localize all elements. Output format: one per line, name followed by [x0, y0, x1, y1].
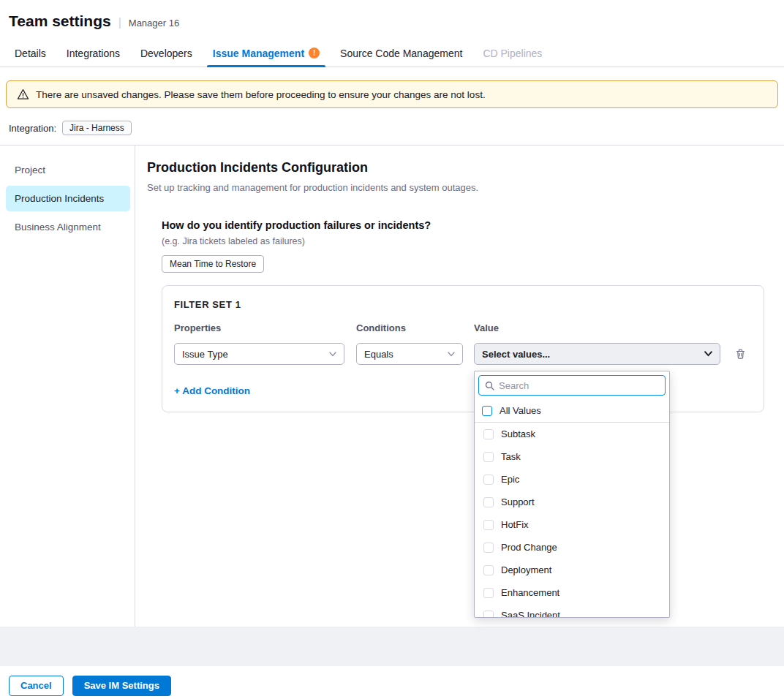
option-prod-change[interactable]: Prod Change	[475, 536, 669, 559]
section-title: Production Incidents Configuration	[147, 160, 779, 175]
page-header: Team settings | Manager 16	[0, 0, 784, 39]
filter-column-labels: Properties Conditions Value	[174, 322, 752, 333]
value-column-label: Value	[474, 322, 720, 333]
value-select-wrapper: Select values...	[474, 343, 720, 365]
option-label: All Values	[500, 405, 541, 416]
chevron-down-icon	[704, 351, 712, 357]
property-select[interactable]: Issue Type	[174, 343, 344, 365]
metric-tag-mean-time-to-restore[interactable]: Mean Time to Restore	[162, 255, 264, 273]
checkbox[interactable]	[483, 452, 494, 462]
incidents-config-card: How do you identify production failures …	[147, 205, 779, 412]
footer-actions: Cancel Save IM Settings	[0, 666, 784, 699]
save-im-settings-button[interactable]: Save IM Settings	[72, 676, 171, 696]
checkbox[interactable]	[483, 588, 494, 598]
checkbox[interactable]	[483, 611, 494, 619]
option-label: Prod Change	[501, 542, 557, 553]
question-heading: How do you identify production failures …	[162, 219, 764, 231]
integration-row: Integration: Jira - Harness	[0, 114, 784, 145]
value-multiselect[interactable]: Select values...	[474, 343, 720, 365]
option-subtask[interactable]: Subtask	[475, 423, 669, 445]
question-hint: (e.g. Jira tickets labeled as failures)	[162, 236, 764, 246]
tab-details[interactable]: Details	[4, 39, 56, 67]
settings-sidebar: Project Production Incidents Business Al…	[0, 146, 135, 627]
unsaved-changes-banner: There are unsaved changes. Please save t…	[6, 80, 778, 108]
page-subtitle: Manager 16	[129, 18, 179, 29]
option-support[interactable]: Support	[475, 491, 669, 513]
page-title: Team settings	[9, 12, 111, 30]
main-panel: Production Incidents Configuration Set u…	[135, 146, 784, 627]
checkbox[interactable]	[483, 497, 494, 507]
option-label: Epic	[501, 474, 519, 485]
tab-integrations[interactable]: Integrations	[56, 39, 130, 67]
sidebar-item-production-incidents[interactable]: Production Incidents	[6, 186, 130, 211]
option-task[interactable]: Task	[475, 445, 669, 468]
unsaved-changes-badge-icon: !	[309, 48, 320, 58]
condition-select-value: Equals	[364, 349, 393, 360]
tab-issue-management[interactable]: Issue Management !	[203, 39, 330, 67]
option-deployment[interactable]: Deployment	[475, 559, 669, 581]
checkbox-all-values[interactable]	[482, 406, 492, 416]
integration-chip[interactable]: Jira - Harness	[62, 121, 132, 135]
value-select-placeholder: Select values...	[482, 349, 550, 360]
filter-row: Issue Type Equals Select values...	[174, 343, 752, 365]
search-icon	[485, 381, 494, 390]
delete-filter-row-button[interactable]	[735, 348, 746, 360]
content-area: Project Production Incidents Business Al…	[0, 145, 784, 627]
cancel-button[interactable]: Cancel	[9, 676, 64, 696]
integration-label: Integration:	[9, 123, 56, 134]
filter-set-1: FILTER SET 1 Properties Conditions Value…	[162, 285, 764, 412]
tab-cd-pipelines: CD Pipelines	[472, 39, 552, 67]
option-all-values[interactable]: All Values	[475, 399, 669, 423]
dropdown-search-box	[478, 375, 666, 396]
option-enhancement[interactable]: Enhancement	[475, 581, 669, 604]
chevron-down-icon	[329, 352, 336, 357]
add-condition-button[interactable]: + Add Condition	[174, 385, 250, 396]
chevron-down-icon	[448, 352, 455, 357]
filter-set-title: FILTER SET 1	[174, 299, 752, 310]
dropdown-search-input[interactable]	[499, 380, 659, 391]
title-separator: |	[118, 16, 121, 29]
option-hotfix[interactable]: HotFix	[475, 513, 669, 536]
option-saas-incident[interactable]: SaaS Incident	[475, 604, 669, 618]
sidebar-item-project[interactable]: Project	[6, 157, 130, 183]
tab-developers[interactable]: Developers	[130, 39, 203, 67]
checkbox[interactable]	[483, 429, 494, 439]
banner-text: There are unsaved changes. Please save t…	[36, 89, 486, 100]
sidebar-item-business-alignment[interactable]: Business Alignment	[6, 214, 130, 240]
warning-icon	[17, 88, 29, 100]
checkbox[interactable]	[483, 520, 494, 530]
option-label: HotFix	[501, 519, 529, 530]
condition-select[interactable]: Equals	[356, 343, 463, 365]
trash-icon	[735, 348, 746, 360]
value-dropdown-panel: All Values Subtask Task Epic Support Hot…	[474, 371, 670, 618]
checkbox[interactable]	[483, 475, 494, 485]
checkbox[interactable]	[483, 543, 494, 553]
checkbox[interactable]	[483, 565, 494, 575]
tab-bar: Details Integrations Developers Issue Ma…	[0, 39, 784, 67]
tab-source-code-management[interactable]: Source Code Management	[330, 39, 472, 67]
option-label: Task	[501, 451, 521, 462]
option-label: Subtask	[501, 428, 535, 439]
property-select-value: Issue Type	[182, 349, 228, 360]
option-epic[interactable]: Epic	[475, 468, 669, 491]
option-label: Enhancement	[501, 587, 559, 598]
option-label: Deployment	[501, 564, 551, 575]
option-label: SaaS Incident	[501, 610, 560, 618]
option-label: Support	[501, 496, 535, 507]
conditions-column-label: Conditions	[356, 322, 463, 333]
properties-column-label: Properties	[174, 322, 344, 333]
footer-divider-strip	[0, 627, 784, 666]
section-subtitle: Set up tracking and management for produ…	[147, 182, 779, 193]
